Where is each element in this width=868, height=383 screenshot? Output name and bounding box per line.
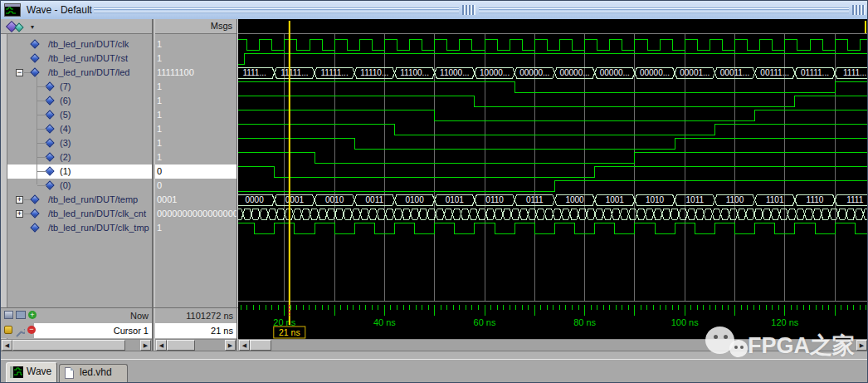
tab-led-vhd[interactable]: led.vhd [59, 364, 128, 382]
cursor-row[interactable]: − Cursor 1 [1, 323, 152, 338]
toolbar-dropdown-caret[interactable]: ▾ [31, 23, 34, 31]
titlebar-ridges [479, 6, 849, 14]
svg-text:11111...: 11111... [280, 68, 308, 77]
svg-text:01111...: 01111... [801, 68, 829, 77]
signal-name: (5) [60, 108, 71, 122]
wave-window: Wave - Default ▾ Msgs /tb_led_run/DUT/cl… [0, 0, 868, 383]
svg-text:00011...: 00011... [720, 68, 749, 77]
signal-value-led6: 1 [155, 94, 237, 108]
signal-diamond-icon [45, 96, 54, 105]
svg-text:11100...: 11100... [400, 68, 429, 77]
signal-value-clk_cnt: 000000000000000000 [155, 207, 237, 221]
tab-label: Wave [27, 366, 51, 377]
scroll-thumb[interactable] [250, 340, 271, 351]
svg-text:00000...: 00000... [519, 68, 549, 77]
svg-text:1000: 1000 [565, 195, 584, 204]
now-row: + Now [1, 308, 152, 323]
signal-diamond-icon [45, 180, 54, 189]
document-icon [65, 367, 74, 379]
signal-value-clk_tmp: 1 [155, 221, 237, 235]
names-hscrollbar[interactable]: ◀ ▶ [1, 339, 152, 351]
signal-name: /tb_led_run/DUT/clk [48, 37, 129, 52]
signal-row-led4[interactable]: (4) [7, 122, 152, 136]
svg-text:0111: 0111 [526, 195, 544, 204]
scroll-left-button[interactable]: ◀ [156, 340, 167, 351]
svg-text:1011: 1011 [686, 195, 705, 204]
bottom-strip [1, 351, 868, 359]
signal-value-led3: 1 [155, 136, 237, 150]
signal-row-temp[interactable]: +/tb_led_run/DUT/temp [7, 193, 152, 207]
wave-canvas[interactable]: 1111...11111...11111...11110...11100...1… [238, 19, 868, 339]
svg-text:0010: 0010 [325, 195, 344, 204]
wave-background [238, 19, 868, 339]
signal-diamond-icon [45, 124, 54, 133]
scroll-right-button[interactable]: ▶ [140, 340, 151, 351]
signal-value-rst: 1 [155, 52, 237, 66]
signal-row-led5[interactable]: (5) [7, 108, 152, 122]
signal-diamond-icon [45, 138, 54, 147]
wave-cursor-line[interactable] [289, 21, 290, 325]
signal-row-clk_cnt[interactable]: +/tb_led_run/DUT/clk_cnt [7, 207, 152, 221]
titlebar[interactable]: Wave - Default [1, 1, 868, 20]
expand-box[interactable]: + [16, 196, 23, 204]
time-icon[interactable] [4, 311, 13, 319]
scroll-thumb[interactable] [12, 340, 125, 351]
collapse-box[interactable]: − [16, 69, 23, 76]
signal-row-led[interactable]: −/tb_led_run/DUT/led [7, 66, 152, 80]
signal-diamond-icon [30, 53, 39, 62]
svg-text:0110: 0110 [485, 195, 504, 204]
signal-row-led1[interactable]: (1) [7, 164, 152, 179]
signal-row-led2[interactable]: (2) [7, 150, 152, 164]
signal-row-rst[interactable]: /tb_led_run/DUT/rst [7, 52, 152, 66]
expand-box[interactable]: + [16, 210, 23, 218]
wrench-icon[interactable] [16, 326, 25, 334]
signal-row-led7[interactable]: (7) [7, 80, 152, 94]
signal-row-led0[interactable]: (0) [7, 179, 152, 193]
signal-name: /tb_led_run/DUT/clk_cnt [48, 207, 146, 221]
signal-row-clk[interactable]: /tb_led_run/DUT/clk [7, 37, 152, 52]
signal-value-led2: 1 [155, 150, 237, 164]
signal-diamond-icon [45, 81, 54, 91]
now-label: Now [130, 308, 149, 323]
wave-window-icon [4, 3, 21, 17]
wave-hscrollbar[interactable]: ◀ ▶ [238, 339, 868, 351]
now-value-cell: 1101272 ns [155, 308, 237, 323]
msgs-column-header[interactable]: Msgs [155, 19, 237, 34]
signal-row-led3[interactable]: (3) [7, 136, 152, 150]
signal-value-led4: 1 [155, 122, 237, 136]
signal-row-clk_tmp[interactable]: /tb_led_run/DUT/clk_tmp [7, 221, 152, 235]
names-toolbar: ▾ [1, 19, 152, 34]
titlebar-ridges [94, 6, 459, 14]
remove-icon[interactable]: − [27, 326, 36, 334]
add-icon[interactable]: + [28, 311, 37, 319]
svg-text:80 ns: 80 ns [573, 317, 596, 327]
signal-value-temp: 0001 [155, 193, 237, 207]
titlebar-grip[interactable] [852, 5, 866, 15]
left-edge-strip [1, 19, 7, 351]
tab-wave[interactable]: Wave [6, 362, 57, 382]
svg-text:0100: 0100 [405, 195, 424, 204]
signal-name: (7) [60, 80, 71, 94]
cursor-time-label: 21 ns [279, 327, 300, 337]
scroll-thumb[interactable] [167, 340, 195, 351]
svg-text:1101: 1101 [766, 195, 784, 204]
signal-name: /tb_led_run/DUT/rst [48, 52, 128, 66]
svg-text:00000...: 00000... [640, 68, 670, 77]
signal-diamond-icon [30, 194, 39, 204]
titlebar-grip[interactable] [462, 5, 475, 15]
svg-text:00001...: 00001... [680, 68, 710, 77]
display-icon[interactable] [16, 311, 26, 319]
scroll-left-button[interactable]: ◀ [239, 340, 250, 351]
msgs-hscrollbar[interactable]: ◀ ▶ [155, 339, 237, 351]
signal-diamond-icon [30, 223, 39, 232]
now-value: 1101272 ns [186, 308, 233, 323]
scroll-right-button[interactable]: ▶ [225, 340, 236, 351]
svg-text:00111...: 00111... [760, 68, 789, 77]
tab-label: led.vhd [80, 366, 112, 378]
lock-icon[interactable] [4, 326, 12, 334]
svg-text:10000...: 10000... [480, 68, 510, 77]
scroll-left-button[interactable]: ◀ [2, 340, 12, 351]
scroll-right-button[interactable]: ▶ [856, 340, 867, 351]
signal-row-led6[interactable]: (6) [7, 94, 152, 108]
svg-text:1110: 1110 [807, 195, 824, 204]
